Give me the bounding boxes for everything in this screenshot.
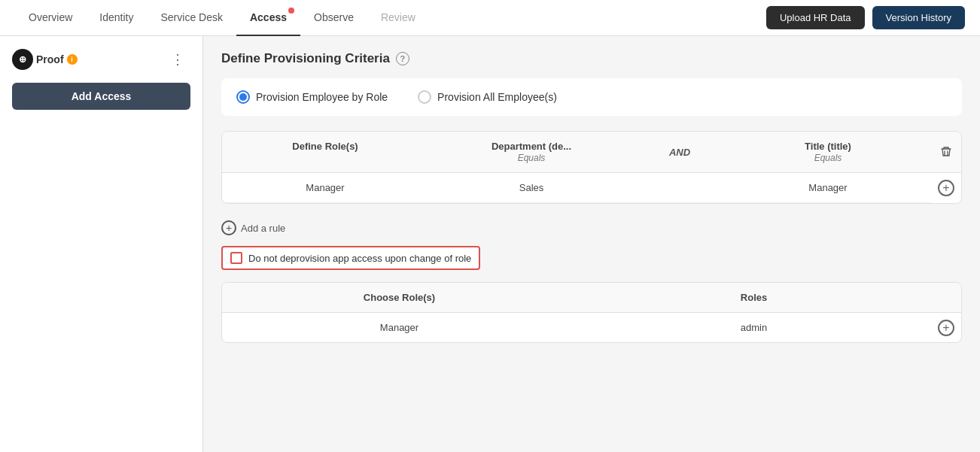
upload-hr-data-button[interactable]: Upload HR Data <box>766 6 865 29</box>
tab-observe[interactable]: Observe <box>300 0 367 36</box>
table-row: Manager Sales Manager + <box>222 173 961 203</box>
tab-access-label: Access <box>250 11 287 23</box>
roles-add-button[interactable]: + <box>931 313 961 342</box>
add-rule-button[interactable]: + Add a rule <box>221 216 285 240</box>
header-title: Title (title) Equals <box>725 132 931 173</box>
tab-observe-label: Observe <box>314 11 354 23</box>
tab-identity-label: Identity <box>99 11 133 23</box>
deprovision-checkbox[interactable] <box>230 252 242 264</box>
section-title: Define Provisioning Criteria ? <box>221 51 962 66</box>
nav-actions: Upload HR Data Version History <box>766 6 965 29</box>
cell-and-spacer <box>635 173 725 203</box>
roles-cell-roles: admin <box>577 313 931 342</box>
top-navigation: Overview Identity Service Desk Access Ob… <box>0 0 980 36</box>
sidebar-header: ⊕ Proof i ⋮ <box>12 48 190 71</box>
help-icon[interactable]: ? <box>396 52 409 65</box>
add-rule-circle-icon: + <box>221 220 236 235</box>
plus-circle-icon: + <box>938 180 954 196</box>
sidebar: ⊕ Proof i ⋮ Add Access <box>0 36 203 452</box>
proof-name: Proof <box>36 53 64 65</box>
cell-title: Manager <box>725 173 931 203</box>
roles-header-roles-text: Roles <box>741 292 767 303</box>
proof-name-badge: Proof i <box>36 53 78 65</box>
roles-table: Choose Role(s) Roles Manager admin + <box>221 282 962 343</box>
tab-identity[interactable]: Identity <box>86 0 147 36</box>
provision-by-role-option[interactable]: Provision Employee by Role <box>236 90 388 104</box>
roles-header-roles: Roles <box>577 283 931 313</box>
header-define-roles: Define Role(s) <box>222 132 428 173</box>
provision-all-employees-option[interactable]: Provision All Employee(s) <box>418 90 557 104</box>
header-and: AND <box>635 132 725 173</box>
roles-header-row: Choose Role(s) Roles <box>222 283 961 313</box>
deprovision-checkbox-label: Do not deprovision app access upon chang… <box>248 253 471 264</box>
roles-header-choose: Choose Role(s) <box>222 283 577 313</box>
add-row-button[interactable]: + <box>931 173 961 203</box>
tab-overview-label: Overview <box>29 11 72 23</box>
and-label: AND <box>669 147 690 158</box>
deprovision-checkbox-row[interactable]: Do not deprovision app access upon chang… <box>221 246 480 270</box>
header-department-sub: Equals <box>518 153 546 163</box>
roles-cell-choose-text: Manager <box>380 322 418 333</box>
header-department: Department (de... Equals <box>428 132 635 173</box>
tab-access[interactable]: Access <box>236 0 300 36</box>
add-access-button[interactable]: Add Access <box>12 83 190 110</box>
nav-tabs: Overview Identity Service Desk Access Ob… <box>15 0 766 36</box>
provision-options: Provision Employee by Role Provision All… <box>221 78 962 116</box>
header-title-text: Title (title) <box>805 141 851 152</box>
role-definition-table: Define Role(s) Department (de... Equals … <box>221 131 962 204</box>
cell-role: Manager <box>222 173 428 203</box>
sidebar-brand: ⊕ Proof i <box>12 49 78 70</box>
roles-data-row: Manager admin + <box>222 313 961 342</box>
provision-all-radio[interactable] <box>418 90 431 104</box>
kebab-menu-button[interactable]: ⋮ <box>165 48 190 71</box>
roles-cell-roles-text: admin <box>741 322 767 333</box>
proof-logo: ⊕ Proof i <box>12 49 78 70</box>
header-delete[interactable] <box>931 132 961 173</box>
provision-by-role-label: Provision Employee by Role <box>256 91 388 103</box>
tab-service-desk[interactable]: Service Desk <box>148 0 236 36</box>
add-rule-label: Add a rule <box>241 223 285 234</box>
proof-info-badge: i <box>67 54 78 65</box>
header-title-sub: Equals <box>814 153 842 163</box>
version-history-button[interactable]: Version History <box>872 6 965 29</box>
provision-by-role-radio[interactable] <box>236 90 250 104</box>
roles-cell-choose: Manager <box>222 313 577 342</box>
roles-plus-icon: + <box>938 320 954 336</box>
tab-overview[interactable]: Overview <box>15 0 86 36</box>
tab-review[interactable]: Review <box>367 0 429 36</box>
tab-review-label: Review <box>381 11 415 23</box>
radio-inner-selected <box>239 93 247 101</box>
roles-header-action <box>931 283 961 313</box>
provision-all-label: Provision All Employee(s) <box>437 91 557 103</box>
header-department-text: Department (de... <box>492 141 571 152</box>
cell-department: Sales <box>428 173 635 203</box>
cell-department-text: Sales <box>519 182 544 193</box>
access-badge <box>288 8 294 14</box>
cell-title-text: Manager <box>808 182 847 193</box>
main-content: Define Provisioning Criteria ? Provision… <box>203 36 980 452</box>
proof-icon: ⊕ <box>12 49 33 70</box>
roles-header-choose-text: Choose Role(s) <box>364 292 435 303</box>
app-layout: ⊕ Proof i ⋮ Add Access Define Provisioni… <box>0 36 980 452</box>
cell-role-text: Manager <box>306 182 344 193</box>
delete-icon <box>940 146 952 158</box>
section-title-text: Define Provisioning Criteria <box>221 51 390 66</box>
table-header-row: Define Role(s) Department (de... Equals … <box>222 132 961 173</box>
tab-service-desk-label: Service Desk <box>161 11 223 23</box>
header-define-roles-text: Define Role(s) <box>292 141 358 152</box>
